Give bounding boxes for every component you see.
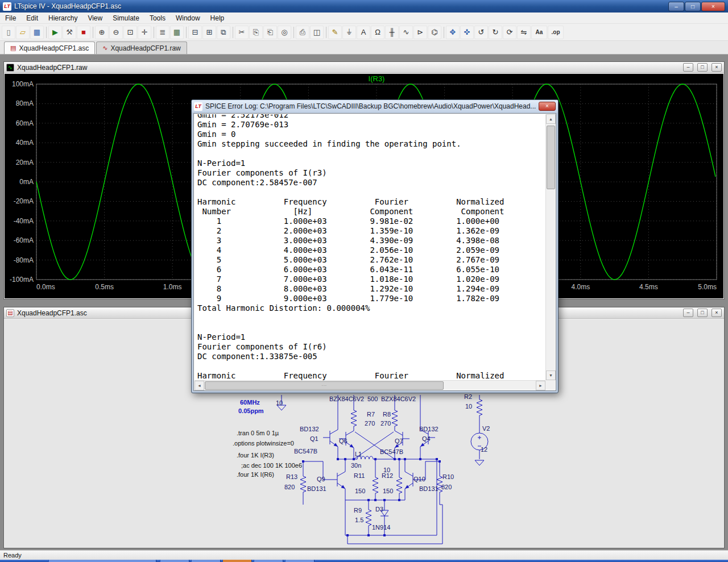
error-log-text: Gmin = 2.52173e-012 Gmin = 2.70769e-013 … — [195, 114, 545, 380]
menu-view[interactable]: View — [82, 13, 107, 23]
menu-simulate[interactable]: Simulate — [107, 13, 144, 23]
schematic-label: 820 — [284, 484, 295, 490]
zoom-back-button[interactable]: ⊖ — [109, 26, 123, 39]
menu-help[interactable]: Help — [205, 13, 230, 23]
error-log-text-area[interactable]: Gmin = 2.52173e-012 Gmin = 2.70769e-013 … — [195, 114, 545, 380]
schematic-label: 1.5 — [355, 517, 363, 523]
tab-label: XquadHeadpCFP1.raw — [110, 44, 180, 52]
horizontal-scroll-thumb[interactable]: ∙∙∙ — [205, 381, 444, 390]
dialog-logo-icon: LT — [194, 102, 202, 111]
svg-text:4.0ms: 4.0ms — [571, 283, 590, 291]
halt-button[interactable]: ■ — [77, 26, 90, 39]
capacitor-button[interactable]: ╫ — [385, 26, 399, 39]
svg-text:60mA: 60mA — [16, 119, 34, 127]
menu-bar: FileEditHierarchyViewSimulateToolsWindow… — [0, 13, 728, 24]
scroll-left-button[interactable]: ◄ — [195, 381, 204, 390]
dialog-titlebar[interactable]: LT SPICE Error Log: C:\Program Files\LTC… — [192, 100, 558, 113]
menu-tools[interactable]: Tools — [144, 13, 171, 23]
move-button[interactable]: ✥ — [446, 26, 460, 39]
dialog-close-button[interactable]: × — [539, 102, 556, 111]
taskbar-button[interactable] — [254, 560, 283, 562]
control-panel-button[interactable]: ⚒ — [63, 26, 76, 39]
tab-label: XquadHeadpCFP1.asc — [19, 44, 89, 52]
menu-hierarchy[interactable]: Hierarchy — [43, 13, 82, 23]
scroll-up-button[interactable]: ▲ — [546, 114, 556, 124]
paste-button[interactable]: ⎗ — [263, 26, 277, 39]
schematic-maximize-button[interactable]: □ — [697, 309, 708, 317]
tab-xquadheadpcfp1.asc[interactable]: ▤XquadHeadpCFP1.asc — [4, 41, 95, 54]
run-button[interactable]: ▶ — [48, 26, 62, 39]
schematic-minimize-button[interactable]: – — [683, 309, 693, 317]
schematic-close-button[interactable]: × — [712, 309, 722, 317]
waveform-window-titlebar[interactable]: ∿ XquadHeadpCFP1.raw – □ × — [4, 62, 724, 73]
find-button[interactable]: ◎ — [278, 26, 291, 39]
ground-button[interactable]: ⏚ — [342, 26, 356, 39]
horizontal-scrollbar[interactable]: ◄ ∙∙∙ ► — [195, 380, 545, 390]
svg-text:40mA: 40mA — [16, 139, 34, 147]
taskbar-button[interactable] — [222, 560, 252, 562]
visible-traces-button[interactable]: ▦ — [170, 26, 184, 39]
inductor-button[interactable]: ∿ — [399, 26, 413, 39]
tile-vertical-button[interactable]: ⊞ — [202, 26, 216, 39]
text-button[interactable]: Aa — [531, 26, 547, 39]
toolbar-separator — [231, 26, 235, 39]
copy-button[interactable]: ⎘ — [249, 26, 263, 39]
pan-button[interactable]: ✛ — [138, 26, 151, 39]
spice-netlist-button[interactable]: ≣ — [156, 26, 169, 39]
schematic-label: 12 — [481, 446, 487, 453]
wire-button[interactable]: ✎ — [328, 26, 342, 39]
drag-button[interactable]: ✜ — [460, 26, 474, 39]
rotate-button[interactable]: ⟳ — [503, 26, 516, 39]
dialog-title: SPICE Error Log: C:\Program Files\LTC\Sw… — [205, 102, 536, 110]
taskbar-button[interactable] — [285, 560, 315, 562]
vertical-scrollbar[interactable]: ▲ ▼ — [545, 114, 555, 380]
new-schematic-button[interactable]: ▯ — [2, 26, 15, 39]
scroll-right-button[interactable]: ► — [536, 381, 545, 390]
net-label-button[interactable]: A — [357, 26, 370, 39]
resistor-button[interactable]: Ω — [371, 26, 384, 39]
svg-text:-80mA: -80mA — [14, 256, 34, 264]
print-preview-button[interactable]: ◫ — [310, 26, 324, 39]
schematic-label: R13 — [286, 473, 297, 480]
taskbar[interactable] — [0, 560, 728, 562]
minimize-button[interactable]: – — [668, 2, 684, 11]
svg-text:0mA: 0mA — [19, 178, 34, 186]
tile-horizontal-button[interactable]: ⊟ — [188, 26, 202, 39]
redo-button[interactable]: ↻ — [489, 26, 502, 39]
menu-window[interactable]: Window — [171, 13, 205, 23]
save-button[interactable]: ▦ — [30, 26, 44, 39]
schematic-label: BZX84C6V2 — [381, 396, 416, 402]
schematic-label: BD132 — [419, 426, 439, 432]
schematic-label: D3 — [375, 506, 383, 513]
maximize-button[interactable]: □ — [685, 2, 701, 11]
close-button[interactable]: × — [701, 2, 725, 11]
tab-bar: ▤XquadHeadpCFP1.asc∿XquadHeadpCFP1.raw — [0, 41, 728, 55]
zoom-in-button[interactable]: ⊕ — [95, 26, 109, 39]
undo-button[interactable]: ↺ — [474, 26, 488, 39]
schematic-label: R12 — [382, 472, 393, 479]
waveform-minimize-button[interactable]: – — [683, 63, 693, 72]
print-button[interactable]: ⎙ — [296, 26, 309, 39]
schematic-label: 0.05ppm — [238, 407, 264, 414]
zoom-fit-button[interactable]: ⊡ — [123, 26, 137, 39]
diode-button[interactable]: ⊳ — [413, 26, 427, 39]
toolbar-separator — [442, 26, 446, 39]
mirror-button[interactable]: ⇋ — [517, 26, 531, 39]
taskbar-button[interactable] — [191, 560, 221, 562]
taskbar-button[interactable] — [160, 560, 189, 562]
open-file-button[interactable]: ▱ — [16, 26, 30, 39]
schematic-label: R8 — [383, 411, 391, 418]
spice-directive-button[interactable]: .op — [548, 26, 564, 39]
status-text: Ready — [3, 552, 22, 559]
waveform-maximize-button[interactable]: □ — [697, 63, 708, 72]
vertical-scroll-thumb[interactable] — [547, 126, 555, 189]
taskbar-button[interactable] — [48, 560, 156, 562]
cascade-windows-button[interactable]: ⧉ — [217, 26, 230, 39]
menu-edit[interactable]: Edit — [21, 13, 43, 23]
waveform-close-button[interactable]: × — [712, 63, 722, 72]
scroll-down-button[interactable]: ▼ — [546, 370, 556, 380]
menu-file[interactable]: File — [0, 13, 21, 23]
component-button[interactable]: ⌬ — [428, 26, 441, 39]
cut-button[interactable]: ✂ — [235, 26, 249, 39]
tab-xquadheadpcfp1.raw[interactable]: ∿XquadHeadpCFP1.raw — [96, 41, 187, 54]
